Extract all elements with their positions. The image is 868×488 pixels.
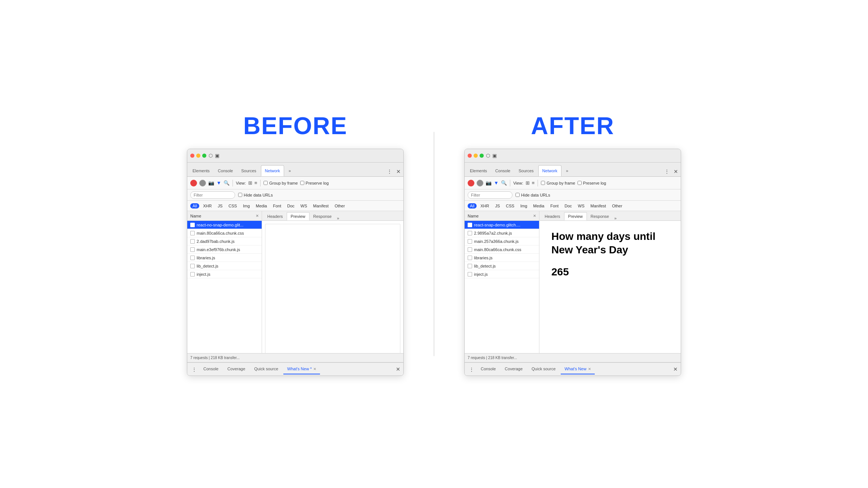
before-stop-btn[interactable]: [199, 180, 206, 186]
before-file-item-1[interactable]: main.80ca66ca.chunk.css: [187, 229, 262, 237]
after-drawer-close-btn[interactable]: ✕: [673, 366, 678, 372]
before-type-other[interactable]: Other: [332, 203, 347, 209]
before-type-ws[interactable]: WS: [298, 203, 310, 209]
before-file-item-4[interactable]: libraries.js: [187, 254, 262, 262]
after-list-icon[interactable]: ≡: [532, 180, 535, 186]
after-tab-sources[interactable]: Sources: [515, 165, 537, 176]
before-type-xhr[interactable]: XHR: [201, 203, 214, 209]
after-maximize-dot[interactable]: [480, 154, 484, 158]
before-close-x[interactable]: ✕: [256, 214, 259, 218]
after-search-icon[interactable]: 🔍: [501, 180, 507, 186]
after-preview-tab-headers[interactable]: Headers: [541, 212, 564, 220]
after-file-item-2[interactable]: main.257a366a.chunk.js: [465, 237, 539, 245]
after-file-item-0[interactable]: react-snap-demo.glitch....: [465, 221, 539, 229]
before-file-item-5[interactable]: lib_detect.js: [187, 262, 262, 270]
before-list-icon[interactable]: ≡: [255, 180, 258, 186]
before-type-img[interactable]: Img: [241, 203, 252, 209]
before-ellipsis-icon[interactable]: ⋮: [386, 168, 393, 175]
after-file-item-6[interactable]: inject.js: [465, 270, 539, 278]
after-preview-tab-preview[interactable]: Preview: [564, 212, 587, 220]
before-tab-overflow[interactable]: »: [285, 165, 295, 176]
before-box-icon[interactable]: ▣: [215, 153, 219, 158]
before-close-icon[interactable]: ✕: [395, 168, 402, 175]
before-type-js[interactable]: JS: [215, 203, 225, 209]
after-file-item-3[interactable]: main.80ca66ca.chunk.css: [465, 245, 539, 254]
after-close-icon[interactable]: ✕: [672, 168, 679, 175]
before-record-btn[interactable]: [190, 180, 197, 186]
after-tab-overflow[interactable]: »: [562, 165, 572, 176]
before-drawer-close[interactable]: ✕: [313, 367, 316, 371]
after-drawer-coverage[interactable]: Coverage: [501, 364, 526, 374]
before-preserve-log-checkbox[interactable]: [300, 181, 304, 185]
before-drawer-whats-new[interactable]: What's New * ✕: [283, 364, 320, 374]
after-camera-icon[interactable]: 📷: [486, 180, 492, 186]
after-tab-console[interactable]: Console: [492, 165, 514, 176]
before-filter-input[interactable]: [190, 191, 235, 199]
after-drawer-console[interactable]: Console: [477, 364, 499, 374]
after-preview-tab-overflow[interactable]: »: [613, 216, 618, 220]
after-filter-icon[interactable]: ▼: [494, 180, 499, 186]
before-type-media[interactable]: Media: [253, 203, 269, 209]
after-type-all[interactable]: All: [468, 203, 477, 209]
after-type-font[interactable]: Font: [548, 203, 561, 209]
after-group-by-frame-checkbox[interactable]: [541, 181, 545, 185]
after-file-item-5[interactable]: lib_detect.js: [465, 262, 539, 270]
after-record-btn[interactable]: [468, 180, 474, 186]
before-file-item-3[interactable]: main.e3ef976b.chunk.js: [187, 245, 262, 254]
after-drawer-menu-btn[interactable]: ⋮: [468, 367, 475, 372]
after-type-img[interactable]: Img: [518, 203, 529, 209]
after-type-other[interactable]: Other: [610, 203, 625, 209]
after-type-css[interactable]: CSS: [504, 203, 517, 209]
before-grid-icon[interactable]: ⊞: [248, 180, 252, 186]
after-hide-data-urls-checkbox[interactable]: [515, 193, 520, 197]
after-tab-elements[interactable]: Elements: [466, 165, 491, 176]
before-tab-network[interactable]: Network: [261, 165, 284, 176]
before-filter-icon[interactable]: ▼: [216, 180, 221, 186]
before-type-css[interactable]: CSS: [226, 203, 239, 209]
before-preview-tab-response[interactable]: Response: [310, 212, 336, 220]
before-file-item-0[interactable]: react-no-snap-demo.glit...: [187, 221, 262, 229]
before-file-item-6[interactable]: inject.js: [187, 270, 262, 278]
after-file-item-4[interactable]: libraries.js: [465, 254, 539, 262]
before-preview-tab-preview[interactable]: Preview: [287, 212, 310, 220]
after-drawer-quick-source[interactable]: Quick source: [528, 364, 559, 374]
after-tab-network[interactable]: Network: [538, 165, 561, 176]
after-file-item-1[interactable]: 2.9895a7a2.chunk.js: [465, 229, 539, 237]
after-type-media[interactable]: Media: [531, 203, 547, 209]
before-close-dot[interactable]: [190, 154, 194, 158]
after-preview-tab-response[interactable]: Response: [587, 212, 613, 220]
after-close-dot[interactable]: [468, 154, 472, 158]
before-drawer-quick-source[interactable]: Quick source: [250, 364, 282, 374]
after-stop-btn[interactable]: [477, 180, 483, 186]
after-filter-input[interactable]: [468, 191, 513, 199]
after-grid-icon[interactable]: ⊞: [526, 180, 530, 186]
before-type-manifest[interactable]: Manifest: [311, 203, 331, 209]
before-preview-tab-headers[interactable]: Headers: [264, 212, 287, 220]
after-minimize-dot[interactable]: [474, 154, 478, 158]
after-drawer-close[interactable]: ✕: [588, 367, 591, 371]
after-type-doc[interactable]: Doc: [562, 203, 574, 209]
before-drawer-coverage[interactable]: Coverage: [224, 364, 249, 374]
after-close-x[interactable]: ✕: [533, 214, 536, 218]
after-ellipsis-icon[interactable]: ⋮: [664, 168, 670, 175]
after-type-manifest[interactable]: Manifest: [588, 203, 609, 209]
after-type-ws[interactable]: WS: [576, 203, 587, 209]
before-camera-icon[interactable]: 📷: [208, 180, 214, 186]
before-file-item-2[interactable]: 2.dad97bab.chunk.js: [187, 237, 262, 245]
before-group-by-frame-checkbox[interactable]: [264, 181, 268, 185]
after-type-xhr[interactable]: XHR: [478, 203, 491, 209]
before-maximize-dot[interactable]: [202, 154, 206, 158]
before-cursor-icon[interactable]: ⬡: [209, 153, 213, 158]
before-tab-elements[interactable]: Elements: [189, 165, 213, 176]
before-drawer-console[interactable]: Console: [200, 364, 222, 374]
after-preserve-log-checkbox[interactable]: [578, 181, 582, 185]
before-hide-data-urls-checkbox[interactable]: [238, 193, 242, 197]
before-type-all[interactable]: All: [190, 203, 199, 209]
before-tab-console[interactable]: Console: [214, 165, 237, 176]
before-drawer-menu-btn[interactable]: ⋮: [190, 367, 198, 372]
before-drawer-close-btn[interactable]: ✕: [396, 366, 400, 372]
before-type-doc[interactable]: Doc: [285, 203, 297, 209]
after-cursor-icon[interactable]: ⬡: [486, 153, 490, 158]
after-drawer-whats-new[interactable]: What's New ✕: [561, 364, 594, 374]
after-box-icon[interactable]: ▣: [492, 153, 497, 158]
